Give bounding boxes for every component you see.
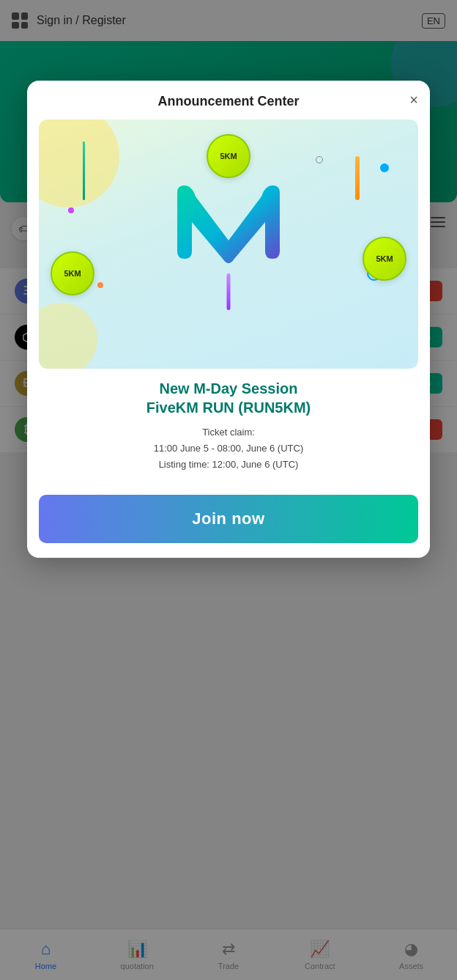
badge-5km-left: 5KM — [51, 251, 94, 295]
deco-bar-purple — [227, 273, 231, 310]
event-title-line2: FiveKM RUN (RUN5KM) — [146, 399, 311, 416]
listing-time: Listing time: 12:00, June 6 (UTC) — [159, 459, 299, 470]
announcement-modal: Announcement Center × 5KM 5KM 5KM — [27, 81, 430, 558]
close-button[interactable]: × — [409, 92, 418, 107]
deco-line — [83, 141, 85, 200]
announcement-image: 5KM 5KM 5KM — [39, 119, 418, 369]
deco-dot-orange — [97, 282, 103, 288]
modal-header: Announcement Center × — [27, 81, 430, 119]
ticket-time: 11:00 June 5 - 08:00, June 6 (UTC) — [154, 443, 304, 454]
announcement-text: New M-Day Session FiveKM RUN (RUN5KM) Ti… — [27, 379, 430, 485]
event-details: Ticket claim: 11:00 June 5 - 08:00, June… — [39, 424, 418, 473]
event-title-line1: New M-Day Session — [160, 380, 298, 397]
badge-5km-right: 5KM — [363, 237, 406, 281]
deco-bar-orange — [355, 156, 360, 200]
deco-circle-yellow2 — [39, 303, 97, 369]
ticket-label: Ticket claim: — [202, 427, 255, 438]
modal-overlay[interactable]: Announcement Center × 5KM 5KM 5KM — [0, 0, 457, 980]
deco-circle-small — [316, 156, 323, 163]
modal-title: Announcement Center — [157, 94, 299, 108]
m-logo — [170, 171, 287, 266]
deco-circle-yellow — [39, 119, 119, 207]
deco-dot-blue — [380, 163, 389, 172]
event-title: New M-Day Session FiveKM RUN (RUN5KM) — [39, 379, 418, 417]
join-now-button[interactable]: Join now — [39, 495, 418, 543]
deco-dot-purple — [68, 207, 74, 213]
